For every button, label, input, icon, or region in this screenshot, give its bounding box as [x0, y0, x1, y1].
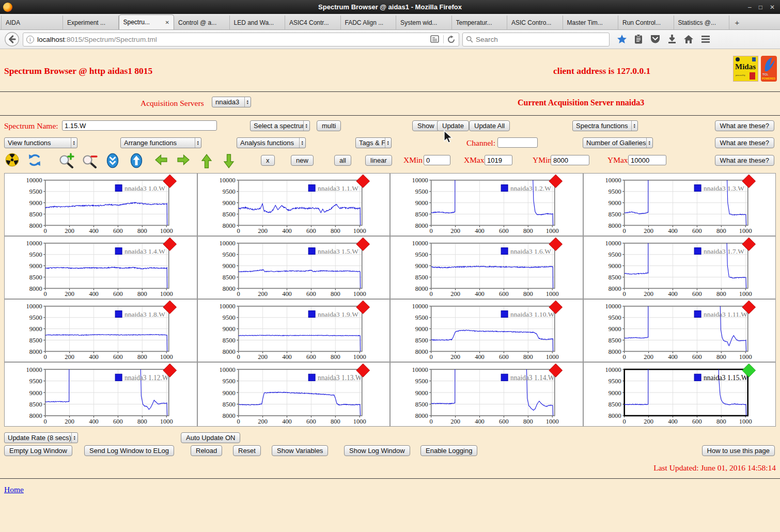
- auto-update-button[interactable]: Auto Update ON: [181, 432, 240, 443]
- tab-run-control[interactable]: Run Control...: [618, 15, 674, 29]
- back-icon[interactable]: [4, 32, 20, 47]
- acquisition-server-select[interactable]: nnaida3 ▲▼: [212, 97, 251, 107]
- spectrum-cell-1.8.W[interactable]: 02004006008001000800085009000950010000nn…: [4, 299, 197, 362]
- url-bar[interactable]: i localhost:8015/Spectrum/Spectrum.tml: [23, 33, 459, 46]
- send-log-window-to-elog-button[interactable]: Send Log Window to ELog: [84, 445, 174, 456]
- tab-asic-contro[interactable]: ASIC Contro...: [507, 15, 563, 29]
- tab-asic4-contr[interactable]: ASIC4 Contr...: [285, 15, 341, 29]
- what-are-these-button-2[interactable]: What are these?: [715, 137, 774, 148]
- reset-button[interactable]: Reset: [233, 445, 261, 456]
- pocket-icon[interactable]: [650, 34, 661, 44]
- ymax-input[interactable]: [628, 155, 666, 165]
- spectrum-cell-1.2.W[interactable]: 02004006008001000800085009000950010000nn…: [390, 173, 583, 236]
- search-input[interactable]: [476, 36, 595, 43]
- analysis-functions-select[interactable]: Analysis functions▲▼: [237, 137, 306, 148]
- tab-spectru[interactable]: Spectru...✕: [119, 14, 175, 29]
- zoom-out-icon[interactable]: [82, 153, 98, 168]
- channel-input[interactable]: [497, 137, 538, 148]
- tab-master-tim[interactable]: Master Tim...: [563, 15, 619, 29]
- update-rate-select[interactable]: Update Rate (8 secs)▲▼: [4, 432, 78, 443]
- update-button[interactable]: Update: [437, 120, 469, 131]
- x-tick-label: 1000: [739, 227, 752, 234]
- what-are-these-button-3[interactable]: What are these?: [715, 155, 774, 166]
- tab-fadc-align[interactable]: FADC Align ...: [341, 15, 397, 29]
- tab-statistics[interactable]: Statistics @...: [674, 15, 730, 29]
- xmax-input[interactable]: [485, 155, 512, 165]
- radiation-icon[interactable]: [5, 153, 19, 167]
- reader-mode-icon[interactable]: [430, 35, 440, 43]
- spectrum-cell-1.15.W[interactable]: 02004006008001000800085009000950010000nn…: [583, 362, 776, 427]
- arrow-left-icon[interactable]: [152, 153, 170, 167]
- update-all-button[interactable]: Update All: [469, 120, 510, 131]
- linear-button[interactable]: linear: [365, 155, 392, 166]
- xmin-input[interactable]: [424, 155, 450, 165]
- arrow-right-icon[interactable]: [175, 153, 192, 167]
- show-log-window-button[interactable]: Show Log Window: [344, 445, 410, 456]
- tab-temperatur[interactable]: Temperatur...: [452, 15, 508, 29]
- spectrum-name-input[interactable]: [62, 120, 217, 131]
- enable-logging-button[interactable]: Enable Logging: [420, 445, 477, 456]
- bookmark-star-icon[interactable]: [617, 34, 627, 44]
- show-variables-button[interactable]: Show Variables: [272, 445, 328, 456]
- spectrum-cell-1.0.W[interactable]: 02004006008001000800085009000950010000nn…: [4, 173, 197, 236]
- tab-aida[interactable]: AIDA: [1, 15, 63, 29]
- tags-fits-select[interactable]: Tags & Fits▲▼: [355, 137, 392, 148]
- spectrum-cell-1.13.W[interactable]: 02004006008001000800085009000950010000nn…: [197, 362, 391, 427]
- maximize-button[interactable]: □: [759, 4, 762, 11]
- spectrum-cell-1.1.W[interactable]: 02004006008001000800085009000950010000nn…: [197, 173, 391, 236]
- number-of-galleries-select[interactable]: Number of Galleries▲▼: [583, 137, 653, 148]
- y-tick-label: 10000: [26, 240, 42, 247]
- select-a-spectrum-select[interactable]: Select a spectrum▲▼: [250, 120, 310, 131]
- spectrum-name-label: Spectrum Name:: [4, 121, 58, 131]
- spectrum-cell-1.10.W[interactable]: 02004006008001000800085009000950010000nn…: [390, 299, 583, 362]
- view-functions-select[interactable]: View functions▲▼: [4, 137, 77, 148]
- menu-icon[interactable]: [700, 35, 711, 44]
- tab-close-icon[interactable]: ✕: [165, 20, 169, 25]
- new-tab-button[interactable]: +: [729, 15, 745, 29]
- x-button[interactable]: x: [261, 155, 275, 166]
- refresh-icon[interactable]: [27, 153, 42, 167]
- spectrum-cell-1.6.W[interactable]: 02004006008001000800085009000950010000nn…: [390, 236, 583, 299]
- tab-control-a[interactable]: Control @ a...: [174, 15, 230, 29]
- how-to-use-button[interactable]: How to use this page: [702, 445, 775, 456]
- x-tick-label: 200: [258, 353, 268, 361]
- tab-led-and-wa[interactable]: LED and Wa...: [230, 15, 286, 29]
- search-box[interactable]: [462, 33, 610, 46]
- arrange-functions-select[interactable]: Arrange functions▲▼: [120, 137, 201, 148]
- y-tick-label: 8000: [222, 285, 235, 292]
- y-tick-label: 9500: [415, 314, 428, 321]
- spectrum-cell-1.4.W[interactable]: 02004006008001000800085009000950010000nn…: [4, 236, 197, 299]
- arrow-down-icon[interactable]: [222, 153, 236, 169]
- tab-system-wid[interactable]: System wid...: [396, 15, 452, 29]
- spectrum-cell-1.11.W[interactable]: 02004006008001000800085009000950010000nn…: [583, 299, 776, 362]
- compress-vertical-icon[interactable]: [106, 153, 119, 168]
- home-icon[interactable]: [683, 34, 694, 44]
- close-button[interactable]: ✕: [770, 4, 775, 11]
- spectra-functions-select[interactable]: Spectra functions▲▼: [572, 120, 638, 131]
- spectrum-cell-1.9.W[interactable]: 02004006008001000800085009000950010000nn…: [197, 299, 391, 362]
- spectrum-cell-1.7.W[interactable]: 02004006008001000800085009000950010000nn…: [583, 236, 776, 299]
- all-button[interactable]: all: [334, 155, 351, 166]
- reload-icon[interactable]: [447, 35, 456, 44]
- spectrum-cell-1.14.W[interactable]: 02004006008001000800085009000950010000nn…: [390, 362, 583, 427]
- y-tick-label: 9500: [222, 251, 235, 258]
- spectrum-cell-1.5.W[interactable]: 02004006008001000800085009000950010000nn…: [197, 236, 391, 299]
- expand-vertical-icon[interactable]: [130, 153, 143, 168]
- spectrum-cell-1.3.W[interactable]: 02004006008001000800085009000950010000nn…: [583, 173, 776, 236]
- multi-button[interactable]: multi: [317, 120, 341, 131]
- what-are-these-button-1[interactable]: What are these?: [715, 120, 774, 131]
- spectrum-cell-1.12.W[interactable]: 02004006008001000800085009000950010000nn…: [4, 362, 197, 427]
- empty-log-window-button[interactable]: Empty Log Window: [4, 445, 72, 456]
- show-button[interactable]: Show: [412, 120, 440, 131]
- info-icon[interactable]: i: [26, 36, 34, 43]
- reload-button[interactable]: Reload: [191, 445, 222, 456]
- clipboard-icon[interactable]: [634, 34, 643, 44]
- ymin-input[interactable]: [551, 155, 589, 165]
- arrow-up-icon[interactable]: [200, 153, 213, 169]
- download-icon[interactable]: [667, 34, 677, 44]
- home-link[interactable]: Home: [4, 485, 24, 494]
- tab-experiment[interactable]: Experiment ...: [63, 15, 119, 29]
- zoom-in-icon[interactable]: [58, 153, 75, 168]
- minimize-button[interactable]: –: [748, 4, 752, 11]
- new-button[interactable]: new: [291, 155, 314, 166]
